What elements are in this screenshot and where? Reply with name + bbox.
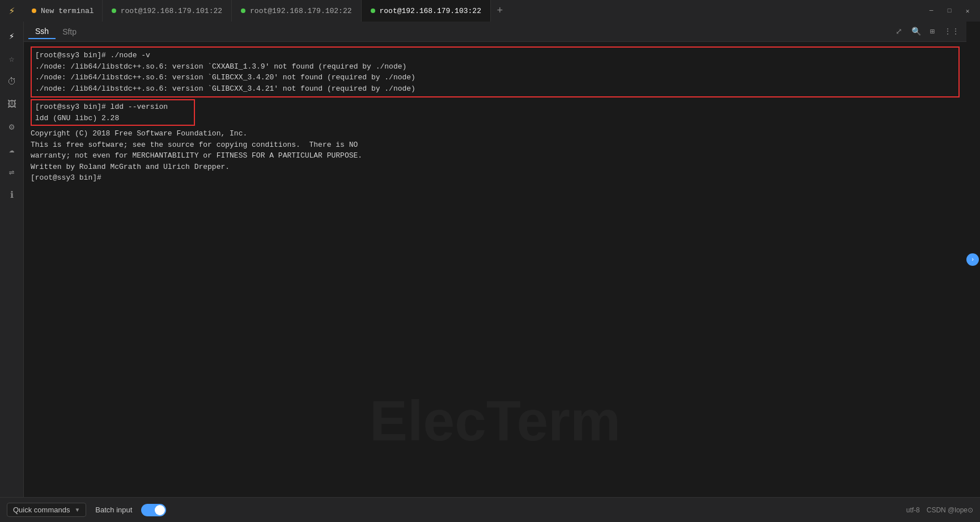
- chevron-down-icon: ▼: [74, 507, 80, 513]
- app-icon: ⚡: [0, 0, 24, 22]
- grid-icon[interactable]: ⋮⋮: [941, 26, 962, 37]
- minimize-button[interactable]: ─: [923, 5, 939, 17]
- toggle-knob: [155, 505, 165, 515]
- sidebar-item-info[interactable]: ℹ: [2, 185, 22, 205]
- user-info-label: CSDN @lope⊙: [927, 506, 973, 514]
- highlighted-block-2: [root@ssy3 bin]# ldd --version ldd (GNU …: [31, 99, 195, 126]
- add-tab-button[interactable]: +: [491, 0, 509, 22]
- expand-icon[interactable]: ⤢: [893, 26, 905, 37]
- title-bar: ⚡ New terminal root@192.168.179.101:22 r…: [0, 0, 980, 22]
- highlighted-block-1: [root@ssy3 bin]# ./node -v ./node: /lib6…: [31, 46, 960, 97]
- scroll-right-button[interactable]: ›: [966, 253, 979, 266]
- right-panel: ›: [966, 22, 980, 497]
- quick-commands-dropdown[interactable]: Quick commands ▼: [7, 503, 86, 517]
- batch-input-label: Batch input: [95, 506, 132, 514]
- terminal-second-highlight-text: [root@ssy3 bin]# ldd --version ldd (GNU …: [35, 101, 190, 124]
- sidebar-item-transfer[interactable]: ⇌: [2, 162, 22, 183]
- batch-input-toggle[interactable]: [141, 504, 166, 516]
- watermark: ElecTerm: [370, 378, 621, 463]
- window-controls: ─ □ ✕: [923, 5, 975, 17]
- terminal-rest-output: Copyright (C) 2018 Free Software Foundat…: [31, 128, 960, 184]
- search-icon[interactable]: 🔍: [909, 26, 923, 37]
- sidebar-item-bookmark[interactable]: ☆: [2, 49, 22, 69]
- tab-103[interactable]: root@192.168.179.103:22: [362, 0, 491, 22]
- sidebar-item-history[interactable]: ⏱: [2, 71, 22, 92]
- sidebar-item-connection[interactable]: ⚡: [2, 26, 22, 46]
- bottom-bar: Quick commands ▼ Batch input utf-8 CSDN …: [0, 497, 980, 522]
- terminal-output[interactable]: ElecTerm [root@ssy3 bin]# ./node -v ./no…: [24, 42, 966, 497]
- tabs-container: New terminal root@192.168.179.101:22 roo…: [24, 0, 923, 22]
- tab-102[interactable]: root@192.168.179.102:22: [232, 0, 361, 22]
- close-button[interactable]: ✕: [960, 5, 975, 17]
- terminal-highlighted-text: [root@ssy3 bin]# ./node -v ./node: /lib6…: [35, 50, 955, 94]
- tab-new-terminal[interactable]: New terminal: [24, 0, 103, 22]
- sidebar-item-media[interactable]: 🖼: [2, 94, 22, 114]
- protocol-action-icons: ⤢ 🔍 ⊞ ⋮⋮: [893, 26, 962, 37]
- sidebar-item-settings[interactable]: ⚙: [2, 117, 22, 137]
- encoding-label: utf-8: [906, 506, 920, 514]
- tab-101[interactable]: root@192.168.179.101:22: [103, 0, 232, 22]
- tab-sftp[interactable]: Sftp: [56, 25, 83, 39]
- main-area: ⚡ ☆ ⏱ 🖼 ⚙ ☁ ⇌ ℹ Ssh Sftp ⤢ 🔍 ⊞ ⋮⋮ ElecTe…: [0, 22, 980, 497]
- protocol-tabs-bar: Ssh Sftp ⤢ 🔍 ⊞ ⋮⋮: [24, 22, 966, 42]
- restore-button[interactable]: □: [941, 5, 957, 17]
- split-icon[interactable]: ⊞: [928, 26, 937, 37]
- bottom-right-info: utf-8 CSDN @lope⊙: [906, 506, 973, 514]
- sidebar-item-cloud[interactable]: ☁: [2, 139, 22, 160]
- content-area: Ssh Sftp ⤢ 🔍 ⊞ ⋮⋮ ElecTerm [root@ssy3 bi…: [24, 22, 966, 497]
- sidebar: ⚡ ☆ ⏱ 🖼 ⚙ ☁ ⇌ ℹ: [0, 22, 24, 497]
- tab-ssh[interactable]: Ssh: [28, 24, 56, 39]
